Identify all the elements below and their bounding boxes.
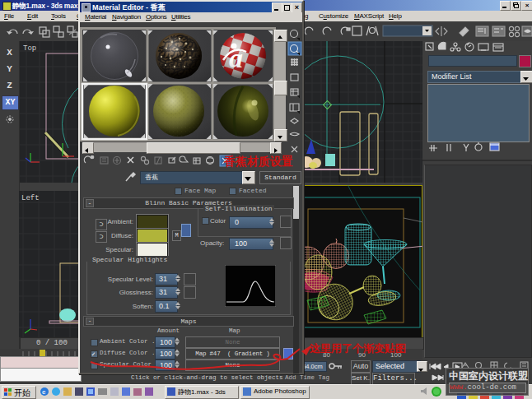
svg-text:Left: Left (21, 194, 40, 202)
svg-text:e: e (42, 388, 46, 396)
svg-text:Top: Top (23, 44, 36, 53)
